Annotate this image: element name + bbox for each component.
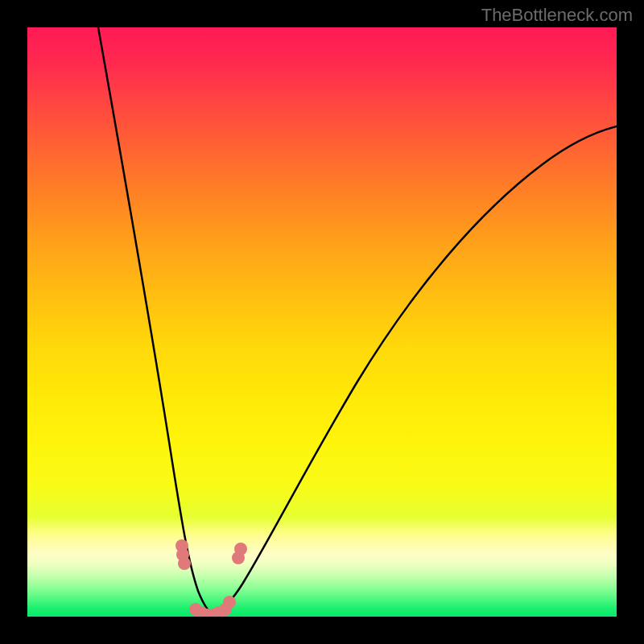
left-curve <box>98 27 212 613</box>
plot-area <box>27 27 617 617</box>
curve-layer <box>27 27 617 617</box>
marker-cluster <box>175 539 247 617</box>
svg-point-2 <box>178 557 191 570</box>
svg-point-9 <box>223 596 236 609</box>
svg-point-11 <box>234 543 247 555</box>
watermark-text: TheBottleneck.com <box>481 5 633 26</box>
right-curve <box>212 126 617 613</box>
